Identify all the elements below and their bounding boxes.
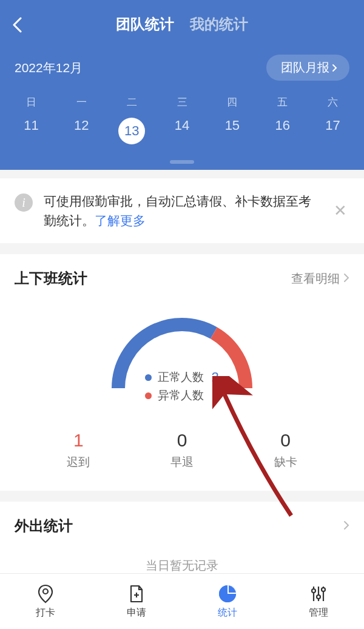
dot-icon <box>145 374 152 381</box>
attendance-card: 上下班统计 查看明细 正常人数 2 异常人 <box>0 254 364 491</box>
weekday-cell: 二 <box>107 89 157 113</box>
learn-more-link[interactable]: 了解更多 <box>95 214 146 227</box>
stat-early-leave[interactable]: 0 早退 <box>170 430 194 470</box>
pie-chart-icon <box>217 584 238 604</box>
nav-apply[interactable]: 申请 <box>91 574 182 629</box>
outing-title: 外出统计 <box>15 516 73 536</box>
stat-label: 迟到 <box>67 454 90 470</box>
sliders-icon <box>308 584 329 604</box>
month-label[interactable]: 2022年12月 <box>15 59 83 76</box>
location-pin-icon <box>35 584 56 604</box>
svg-point-5 <box>312 589 315 593</box>
banner-text: 可使用假勤审批，自动汇总请假、补卡数据至考勤统计。了解更多 <box>44 192 320 230</box>
date-cell-13[interactable]: 13 <box>107 113 157 149</box>
legend-abnormal: 异常人数 1 <box>145 388 218 403</box>
document-plus-icon <box>126 584 147 604</box>
stat-value: 0 <box>170 430 194 451</box>
stat-label: 缺卡 <box>274 454 297 470</box>
outing-detail-button[interactable] <box>343 519 349 533</box>
nav-manage[interactable]: 管理 <box>273 574 364 629</box>
date-cell-17[interactable]: 17 <box>308 113 358 149</box>
nav-stats[interactable]: 统计 <box>182 574 273 629</box>
stat-missing-punch[interactable]: 0 缺卡 <box>274 430 297 470</box>
weekday-cell: 五 <box>257 89 308 113</box>
date-cell-11[interactable]: 11 <box>6 113 56 149</box>
weekday-cell: 三 <box>157 89 207 113</box>
weekday-header: 日 一 二 三 四 五 六 <box>0 89 364 113</box>
legend-normal: 正常人数 2 <box>145 369 218 385</box>
chevron-right-icon <box>343 272 349 286</box>
view-detail-label: 查看明细 <box>291 271 340 287</box>
date-cell-16[interactable]: 16 <box>257 113 308 149</box>
info-banner: i 可使用假勤审批，自动汇总请假、补卡数据至考勤统计。了解更多 ✕ <box>0 178 364 243</box>
bottom-nav: 打卡 申请 统计 管理 <box>0 573 364 629</box>
weekday-cell: 日 <box>6 89 56 113</box>
stat-label: 早退 <box>170 454 194 470</box>
stat-late[interactable]: 1 迟到 <box>67 430 90 470</box>
chevron-right-icon <box>332 64 337 72</box>
nav-label: 统计 <box>218 607 237 619</box>
date-cell-15[interactable]: 15 <box>207 113 257 149</box>
report-btn-label: 团队月报 <box>281 59 329 76</box>
info-icon: i <box>15 193 33 212</box>
weekday-cell: 四 <box>207 89 257 113</box>
nav-label: 申请 <box>127 607 146 619</box>
nav-punch[interactable]: 打卡 <box>0 574 91 629</box>
weekday-cell: 六 <box>308 89 358 113</box>
weekday-cell: 一 <box>56 89 107 113</box>
date-cell-14[interactable]: 14 <box>157 113 207 149</box>
nav-label: 管理 <box>309 607 328 619</box>
team-monthly-report-button[interactable]: 团队月报 <box>266 55 349 81</box>
back-button[interactable] <box>12 17 22 35</box>
nav-label: 打卡 <box>36 607 55 619</box>
tab-team-stats[interactable]: 团队统计 <box>116 15 174 34</box>
stat-value: 1 <box>67 430 90 451</box>
svg-point-7 <box>322 588 325 591</box>
dot-icon <box>145 392 152 399</box>
calendar-drag-handle[interactable] <box>170 160 194 164</box>
svg-point-0 <box>43 589 48 594</box>
stat-value: 0 <box>274 430 297 451</box>
view-detail-button[interactable]: 查看明细 <box>291 271 349 287</box>
close-banner-button[interactable]: ✕ <box>331 199 349 223</box>
attendance-title: 上下班统计 <box>15 269 87 288</box>
svg-point-6 <box>317 595 320 599</box>
date-cell-12[interactable]: 12 <box>56 113 107 149</box>
chevron-right-icon <box>343 519 349 533</box>
tab-personal-stats[interactable]: 我的统计 <box>190 15 248 34</box>
